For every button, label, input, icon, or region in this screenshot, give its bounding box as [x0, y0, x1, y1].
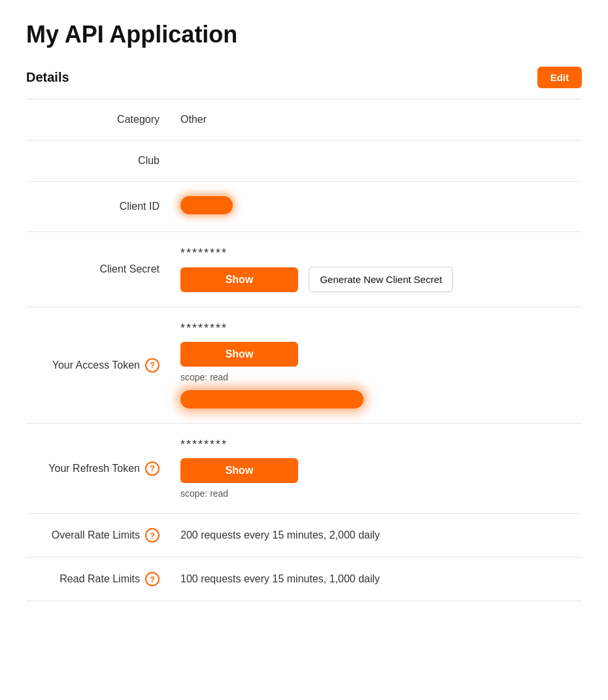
table-row: Your Refresh Token ? ******** Show scope…	[26, 424, 582, 514]
client-secret-value: ******** Show Generate New Client Secret	[170, 232, 582, 307]
section-title: Details	[26, 70, 69, 85]
access-token-show-button[interactable]: Show	[180, 342, 298, 367]
access-token-label: Your Access Token	[52, 359, 140, 371]
category-value: Other	[170, 99, 582, 141]
edit-button[interactable]: Edit	[537, 67, 582, 88]
table-row: Category Other	[26, 99, 582, 141]
refresh-token-label-cell: Your Refresh Token ?	[26, 424, 170, 514]
refresh-token-scope: scope: read	[180, 488, 571, 499]
refresh-token-masked: ********	[180, 438, 571, 452]
page-title: My API Application	[26, 21, 582, 48]
club-value	[170, 141, 582, 182]
table-row: Your Access Token ? ******** Show scope:…	[26, 307, 582, 424]
read-rate-label-group: Read Rate Limits ?	[37, 572, 160, 586]
read-rate-label: Read Rate Limits	[59, 573, 140, 585]
read-rate-value: 100 requests every 15 minutes, 1,000 dai…	[170, 558, 582, 601]
access-token-label-cell: Your Access Token ?	[26, 307, 170, 424]
section-header: Details Edit	[26, 67, 582, 88]
table-row: Client ID	[26, 182, 582, 232]
access-token-bar	[180, 390, 363, 408]
client-secret-label: Client Secret	[26, 232, 170, 307]
generate-secret-button[interactable]: Generate New Client Secret	[309, 267, 453, 292]
client-secret-show-button[interactable]: Show	[180, 267, 298, 292]
access-token-help-icon[interactable]: ?	[145, 358, 160, 373]
refresh-token-help-icon[interactable]: ?	[145, 461, 160, 476]
overall-rate-value: 200 requests every 15 minutes, 2,000 dai…	[170, 514, 582, 558]
table-row: Client Secret ******** Show Generate New…	[26, 232, 582, 307]
overall-rate-help-icon[interactable]: ?	[145, 528, 160, 542]
table-row: Read Rate Limits ? 100 requests every 15…	[26, 558, 582, 601]
access-token-value: ******** Show scope: read	[170, 307, 582, 424]
client-id-pill	[180, 196, 233, 214]
access-token-masked: ********	[180, 322, 571, 335]
read-rate-help-icon[interactable]: ?	[145, 572, 160, 586]
overall-rate-label-group: Overall Rate Limits ?	[37, 528, 160, 542]
access-token-label-group: Your Access Token ?	[37, 358, 160, 373]
category-label: Category	[26, 99, 170, 141]
refresh-token-show-button[interactable]: Show	[180, 458, 298, 483]
table-row: Overall Rate Limits ? 200 requests every…	[26, 514, 582, 558]
client-id-value	[170, 182, 582, 232]
overall-rate-label: Overall Rate Limits	[52, 529, 140, 541]
table-row: Club	[26, 141, 582, 182]
club-label: Club	[26, 141, 170, 182]
details-table: Category Other Club Client ID Client Sec…	[26, 99, 582, 601]
refresh-token-label-group: Your Refresh Token ?	[37, 461, 160, 476]
refresh-token-label: Your Refresh Token	[48, 463, 140, 475]
client-id-label: Client ID	[26, 182, 170, 232]
refresh-token-value: ******** Show scope: read	[170, 424, 582, 514]
access-token-scope: scope: read	[180, 372, 571, 382]
read-rate-label-cell: Read Rate Limits ?	[26, 558, 170, 601]
overall-rate-label-cell: Overall Rate Limits ?	[26, 514, 170, 558]
client-secret-masked: ********	[180, 246, 571, 260]
